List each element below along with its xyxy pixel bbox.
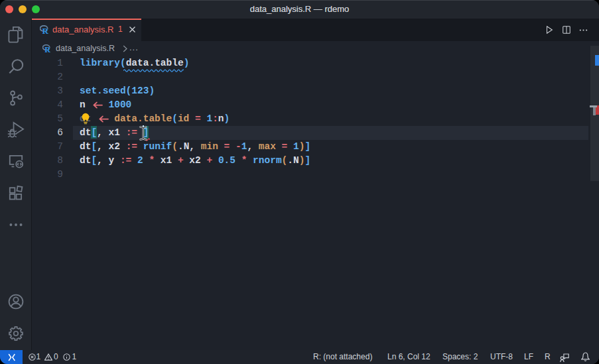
svg-text:R: R xyxy=(42,26,49,34)
svg-text:R: R xyxy=(44,45,50,53)
